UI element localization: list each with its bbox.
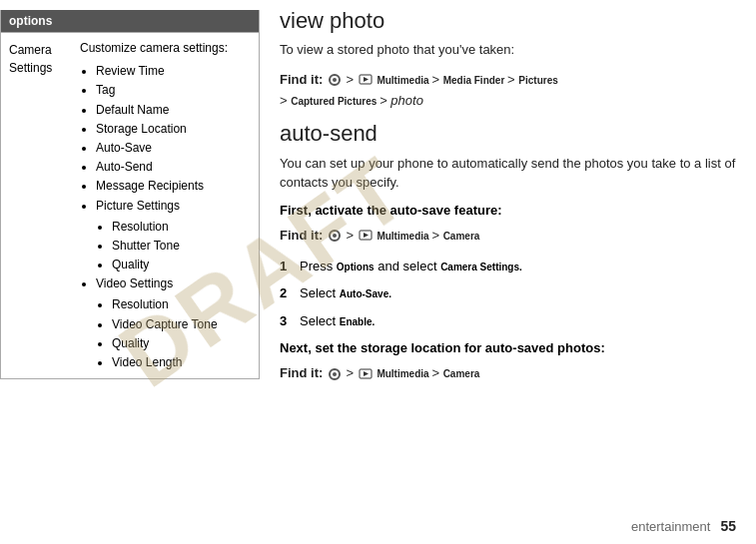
options-header: options: [1, 10, 259, 32]
nav-camera-1: Camera: [443, 231, 480, 242]
options-table: options Camera Settings Customize camera…: [0, 10, 260, 379]
view-photo-title: view photo: [280, 8, 736, 34]
numbered-steps: 1 Press Options and select Camera Settin…: [280, 257, 736, 331]
find-it-block-2: Find it: > Multimedia > Camera: [280, 226, 736, 247]
step-1-camera-settings: Camera Settings.: [440, 262, 522, 272]
arrow-9: >: [431, 365, 442, 380]
multimedia-icon-1: [359, 74, 373, 86]
camera-label-top: Camera: [9, 41, 76, 59]
find-it-label-2: Find it:: [280, 228, 327, 243]
nav-multimedia-3: Multimedia: [377, 368, 431, 379]
step-1-options: Options: [337, 262, 375, 272]
arrow-2: >: [431, 72, 442, 87]
step-1-num: 1: [280, 257, 300, 276]
customize-text: Customize camera settings:: [80, 39, 255, 58]
arrow-7: >: [431, 228, 442, 243]
multimedia-icon-3: [359, 368, 373, 380]
options-content: Customize camera settings: Review Time T…: [80, 39, 255, 372]
list-item: Auto-Send: [96, 158, 255, 177]
bullet-nav-icon-3: [329, 368, 341, 380]
list-item: Default Name: [96, 101, 255, 120]
find-it-block-3: Find it: > Multimedia > Camera: [280, 363, 736, 384]
find-it-label-3: Find it:: [280, 365, 327, 380]
auto-send-intro: You can set up your phone to automatical…: [280, 154, 736, 193]
main-options-list: Review Time Tag Default Name Storage Loc…: [80, 62, 255, 372]
video-settings-sublist: Resolution Video Capture Tone Quality Vi…: [96, 295, 255, 372]
list-item: Auto-Save: [96, 139, 255, 158]
bullet-nav-icon-1: [329, 74, 341, 86]
arrow-6: >: [347, 228, 358, 243]
arrow-5: >: [379, 93, 390, 108]
options-body: Camera Settings Customize camera setting…: [1, 32, 259, 378]
find-it-block-1: Find it: > Multimedia > Media Finder > P…: [280, 70, 736, 112]
multimedia-icon-2: [359, 230, 373, 242]
step-2-content: Select Auto-Save.: [300, 283, 391, 303]
find-it-label-1: Find it:: [280, 72, 327, 87]
list-item: Picture Settings Resolution Shutter Tone…: [96, 197, 255, 275]
list-item: Resolution: [112, 218, 255, 237]
arrow-4: >: [280, 93, 291, 108]
arrow-3: >: [507, 72, 518, 87]
step-3: 3 Select Enable.: [280, 311, 736, 331]
list-item: Video Capture Tone: [112, 315, 255, 334]
step-3-content: Select Enable.: [300, 311, 375, 331]
step-1-content: Press Options and select Camera Settings…: [300, 257, 522, 276]
arrow-1: >: [347, 72, 358, 87]
list-item: Video Settings Resolution Video Capture …: [96, 274, 255, 372]
list-item: Tag: [96, 81, 255, 100]
camera-label-bottom: Settings: [9, 59, 76, 77]
step-2: 2 Select Auto-Save.: [280, 283, 736, 303]
list-item: Storage Location: [96, 120, 255, 139]
nav-media-finder: Media Finder: [443, 75, 507, 86]
page-number: 55: [720, 518, 736, 534]
auto-send-title: auto-send: [280, 121, 736, 147]
picture-settings-sublist: Resolution Shutter Tone Quality: [96, 218, 255, 275]
nav-camera-2: Camera: [443, 368, 480, 379]
page-footer: entertainment 55: [631, 518, 736, 534]
step-2-num: 2: [280, 283, 300, 303]
nav-multimedia-1: Multimedia: [377, 75, 431, 86]
first-activate-text: First, activate the auto-save feature:: [280, 203, 736, 218]
nav-pictures: Pictures: [518, 75, 557, 86]
svg-marker-1: [364, 77, 369, 82]
svg-marker-3: [364, 233, 369, 238]
nav-captured-pictures: Captured Pictures: [291, 96, 379, 107]
list-item: Video Length: [112, 353, 255, 372]
footer-label: entertainment: [631, 519, 711, 534]
bullet-nav-icon-2: [329, 230, 341, 242]
view-photo-intro: To view a stored photo that you've taken…: [280, 40, 736, 60]
step-3-num: 3: [280, 311, 300, 331]
list-item: Quality: [112, 334, 255, 353]
next-set-storage-text: Next, set the storage location for auto-…: [280, 340, 736, 355]
nav-photo-italic: photo: [390, 93, 423, 108]
svg-marker-5: [364, 371, 369, 376]
arrow-8: >: [347, 365, 358, 380]
list-item: Resolution: [112, 295, 255, 314]
main-content: view photo To view a stored photo that y…: [260, 0, 756, 544]
list-item: Shutter Tone: [112, 237, 255, 256]
list-item: Quality: [112, 256, 255, 274]
step-2-auto-save: Auto-Save.: [340, 288, 391, 299]
step-1: 1 Press Options and select Camera Settin…: [280, 257, 736, 276]
list-item: Message Recipients: [96, 177, 255, 196]
nav-multimedia-2: Multimedia: [377, 231, 431, 242]
list-item: Review Time: [96, 62, 255, 81]
step-3-enable: Enable.: [340, 316, 376, 327]
camera-settings-label: Camera Settings: [5, 39, 80, 372]
